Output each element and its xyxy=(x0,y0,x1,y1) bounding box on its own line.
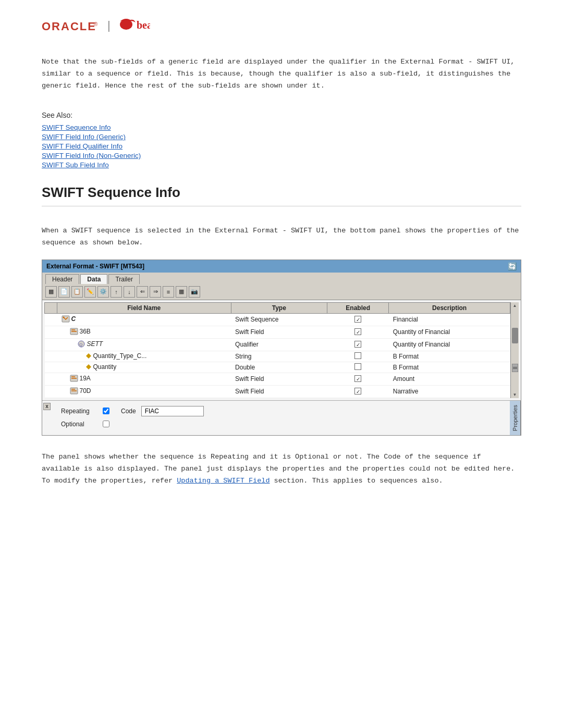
link-swift-field-qualifier-info[interactable]: SWIFT Field Qualifier Info xyxy=(42,142,521,150)
properties-content: Repeating Code Optional xyxy=(54,401,510,435)
toolbar-btn-right[interactable]: ⇒ xyxy=(150,286,161,298)
row-type: Swift Field xyxy=(231,373,327,385)
repeating-checkbox[interactable] xyxy=(103,408,109,414)
field-icon-2 xyxy=(70,374,78,382)
intro-paragraph: Note that the sub-fields of a generic fi… xyxy=(42,56,521,92)
tab-trailer[interactable]: Trailer xyxy=(108,274,140,284)
table-row[interactable]: Quantity Double B Format xyxy=(45,362,510,373)
row-description: Quantity of Financial xyxy=(389,338,510,351)
row-icon-cell xyxy=(45,338,57,351)
svg-rect-14 xyxy=(513,368,517,369)
tabs-row: Header Data Trailer xyxy=(42,273,521,284)
see-also-section: See Also: SWIFT Sequence Info SWIFT Fiel… xyxy=(42,111,521,169)
toolbar-btn-table[interactable]: ▦ xyxy=(176,286,187,298)
svg-text:Q: Q xyxy=(79,342,82,347)
row-description: B Format xyxy=(389,351,510,362)
panel-header: External Format - SWIFT [MT543] 🔄 xyxy=(42,260,521,273)
see-also-links: SWIFT Sequence Info SWIFT Field Info (Ge… xyxy=(42,124,521,169)
toolbar-btn-config[interactable]: ⚙️ xyxy=(97,286,109,298)
col-icon xyxy=(45,302,57,313)
row-enabled xyxy=(327,338,389,351)
row-enabled xyxy=(327,326,389,338)
tab-header[interactable]: Header xyxy=(45,274,79,284)
checkbox-enabled xyxy=(354,328,361,335)
repeating-row: Repeating Code xyxy=(61,406,503,416)
row-field-name: 70D xyxy=(57,385,231,398)
repeating-label: Repeating xyxy=(61,408,97,415)
svg-text:ORACLE: ORACLE xyxy=(42,20,96,33)
table-row[interactable]: 36B Swift Field Quantity of Financial xyxy=(45,326,510,338)
toolbar-btn-edit[interactable]: ✏️ xyxy=(84,286,96,298)
link-swift-field-info-non-generic[interactable]: SWIFT Field Info (Non-Generic) xyxy=(42,152,521,159)
row-enabled xyxy=(327,351,389,362)
toolbar-btn-list[interactable]: ≡ xyxy=(163,286,174,298)
col-enabled: Enabled xyxy=(327,302,389,313)
optional-label: Optional xyxy=(61,421,97,428)
checkbox-enabled xyxy=(354,388,361,394)
link-swift-field-info-generic[interactable]: SWIFT Field Info (Generic) xyxy=(42,133,521,141)
row-field-name: Q SETT xyxy=(57,338,231,351)
svg-marker-10 xyxy=(86,364,91,369)
table-row[interactable]: Q SETT Qualifier Quantity of Financial xyxy=(45,338,510,351)
row-icon-cell xyxy=(45,362,57,373)
row-description: Amount xyxy=(389,373,510,385)
section-title: SWIFT Sequence Info xyxy=(42,184,521,206)
seq-icon xyxy=(62,315,70,323)
see-also-label: See Also: xyxy=(42,111,521,119)
row-description: Narrative xyxy=(389,385,510,398)
row-enabled xyxy=(327,373,389,385)
optional-checkbox[interactable] xyxy=(103,421,109,427)
table-row[interactable]: Quantity_Type_C... String B Format xyxy=(45,351,510,362)
toolbar-btn-copy[interactable]: 📋 xyxy=(71,286,83,298)
panel-icon: 🔄 xyxy=(508,262,517,270)
row-icon-cell xyxy=(45,351,57,362)
toolbar-btn-camera[interactable]: 📷 xyxy=(189,286,200,298)
grip-icon xyxy=(512,365,518,371)
checkbox-enabled xyxy=(354,316,361,323)
table-row[interactable]: C Swift Sequence Financial xyxy=(45,313,510,326)
link-swift-sub-field-info[interactable]: SWIFT Sub Field Info xyxy=(42,161,521,169)
properties-tab[interactable]: Properties xyxy=(510,401,521,435)
table-container: Field Name Type Enabled Description xyxy=(44,302,519,398)
scrollbar[interactable]: ▲ ▼ xyxy=(510,302,519,398)
checkbox-enabled xyxy=(354,352,361,359)
section-description: When a SWIFT sequence is selected in the… xyxy=(42,225,521,249)
toolbar-btn-left[interactable]: ⇐ xyxy=(137,286,148,298)
code-input[interactable] xyxy=(141,406,204,416)
row-enabled xyxy=(327,362,389,373)
row-field-name: Quantity xyxy=(57,362,231,373)
close-button[interactable]: x xyxy=(43,403,51,410)
svg-marker-9 xyxy=(86,353,91,359)
row-icon-cell xyxy=(45,373,57,385)
toolbar-btn-doc[interactable]: 📄 xyxy=(58,286,70,298)
table-row[interactable]: 70D Swift Field Narrative xyxy=(45,385,510,398)
tab-data[interactable]: Data xyxy=(80,274,107,284)
col-type: Type xyxy=(231,302,327,313)
toolbar-btn-grid[interactable]: ▦ xyxy=(45,286,57,298)
svg-text:bea: bea xyxy=(137,19,150,31)
row-icon-cell xyxy=(45,385,57,398)
field-icon-3 xyxy=(70,387,78,395)
row-type: String xyxy=(231,351,327,362)
link-updating-swift-field[interactable]: Updating a SWIFT Field xyxy=(177,477,270,485)
row-field-name: 19A xyxy=(57,373,231,385)
panel-title: External Format - SWIFT [MT543] xyxy=(46,263,144,270)
diamond-icon-2 xyxy=(85,364,92,370)
checkbox-enabled xyxy=(354,375,361,382)
row-description: Financial xyxy=(389,313,510,326)
toolbar-btn-down[interactable]: ↓ xyxy=(124,286,135,298)
row-type: Swift Sequence xyxy=(231,313,327,326)
col-field-name: Field Name xyxy=(57,302,231,313)
table-wrapper: Field Name Type Enabled Description xyxy=(44,302,510,398)
scroll-grip[interactable] xyxy=(512,364,518,372)
table-row[interactable]: 19A Swift Field Amount xyxy=(45,373,510,385)
svg-rect-13 xyxy=(513,367,517,368)
logo-divider: | xyxy=(107,19,111,32)
checkbox-enabled xyxy=(354,341,361,348)
row-enabled xyxy=(327,313,389,326)
link-swift-sequence-info[interactable]: SWIFT Sequence Info xyxy=(42,124,521,131)
svg-point-5 xyxy=(63,316,64,318)
row-type: Swift Field xyxy=(231,385,327,398)
toolbar-btn-up[interactable]: ↑ xyxy=(111,286,122,298)
bottom-paragraph: The panel shows whether the sequence is … xyxy=(42,451,521,487)
